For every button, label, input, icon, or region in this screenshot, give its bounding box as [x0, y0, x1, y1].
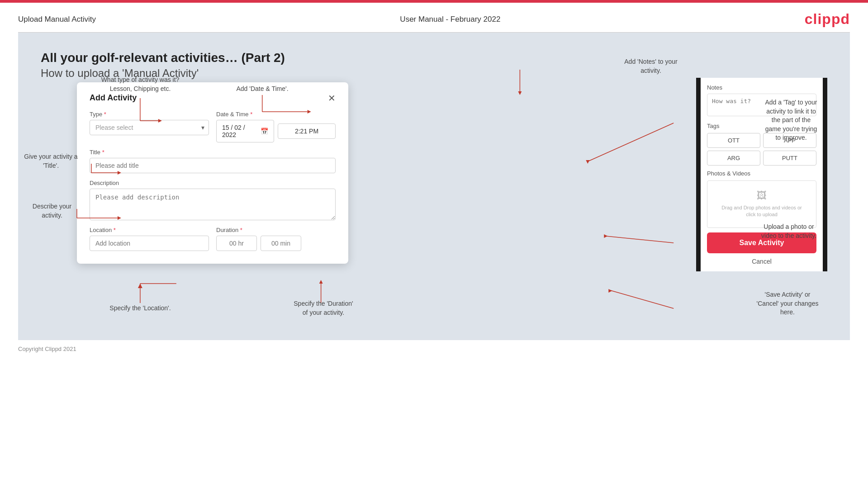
tag-putt[interactable]: PUTT	[763, 151, 816, 166]
date-input[interactable]: 15 / 02 / 2022 📅	[216, 120, 274, 142]
duration-min-input[interactable]	[261, 236, 301, 251]
type-select-wrapper: Please select ▾	[90, 120, 209, 135]
annotation-title: Give your activity a'Title'.	[14, 152, 88, 170]
type-select[interactable]: Please select	[90, 120, 209, 135]
location-label: Location *	[90, 227, 209, 233]
duration-inputs	[216, 236, 336, 251]
header-left: Upload Manual Activity	[18, 15, 96, 24]
modal-header: Add Activity ✕	[90, 93, 336, 103]
cancel-link[interactable]: Cancel	[701, 258, 823, 271]
svg-marker-16	[319, 280, 323, 284]
duration-label: Duration *	[216, 227, 336, 233]
annotation-upload: Upload a photo orvideo to the activity.	[737, 223, 841, 240]
date-time-label: Date & Time *	[216, 111, 336, 118]
type-label: Type *	[90, 111, 209, 118]
main-content: All your golf-relevant activities… (Part…	[18, 33, 850, 340]
annotation-save-cancel: 'Save Activity' or'Cancel' your changesh…	[733, 290, 842, 317]
title-label: Title *	[90, 149, 336, 156]
svg-marker-14	[138, 284, 142, 288]
description-group: Description	[90, 180, 336, 220]
svg-marker-18	[518, 91, 522, 95]
description-textarea[interactable]	[90, 189, 336, 220]
type-date-row: Type * Please select ▾ Date & Time * 15 …	[90, 111, 336, 142]
annotation-activity-type: What type of activity was it?Lesson, Chi…	[95, 76, 185, 93]
photos-label: Photos & Videos	[707, 170, 816, 177]
annotation-notes: Add 'Notes' to youractivity.	[610, 57, 692, 75]
annotation-location: Specify the 'Location'.	[95, 304, 185, 313]
notes-label: Notes	[707, 84, 816, 91]
modal-close-button[interactable]: ✕	[328, 94, 336, 103]
copyright: Copyright Clippd 2021	[18, 346, 76, 352]
time-input[interactable]: 2:21 PM	[278, 123, 336, 139]
tag-arg[interactable]: ARG	[707, 151, 760, 166]
svg-marker-22	[604, 234, 607, 238]
add-activity-modal: Add Activity ✕ Type * Please select ▾ Da…	[77, 82, 348, 264]
annotation-describe: Describe youractivity.	[16, 202, 88, 220]
date-time-group: Date & Time * 15 / 02 / 2022 📅 2:21 PM	[216, 111, 336, 142]
location-duration-row: Location * Duration *	[90, 227, 336, 251]
location-input[interactable]	[90, 236, 209, 251]
svg-marker-24	[608, 289, 612, 293]
title-group: Title *	[90, 149, 336, 173]
header-center: User Manual - February 2022	[400, 15, 500, 24]
svg-line-19	[588, 123, 674, 161]
photos-text: Drag and Drop photos and videos orclick …	[712, 204, 811, 218]
duration-group: Duration *	[216, 227, 336, 251]
calendar-icon[interactable]: 📅	[261, 128, 268, 135]
svg-line-21	[606, 236, 674, 243]
date-value: 15 / 02 / 2022	[222, 124, 257, 138]
upload-icon: 🖼	[712, 190, 811, 202]
svg-line-23	[610, 290, 674, 308]
title-input[interactable]	[90, 158, 336, 173]
footer: Copyright Clippd 2021	[0, 340, 868, 358]
date-time-inputs: 15 / 02 / 2022 📅 2:21 PM	[216, 120, 336, 142]
annotation-duration: Specify the 'Duration'of your activity.	[271, 299, 375, 317]
annotation-tag: Add a 'Tag' to youractivity to link it t…	[741, 98, 841, 142]
header: Upload Manual Activity User Manual - Feb…	[0, 3, 868, 32]
type-group: Type * Please select ▾	[90, 111, 209, 142]
duration-hr-input[interactable]	[216, 236, 257, 251]
logo: clippd	[805, 11, 850, 28]
annotation-date-time: Add 'Date & Time'.	[222, 85, 303, 94]
photos-upload-area[interactable]: 🖼 Drag and Drop photos and videos orclic…	[707, 180, 816, 228]
description-label: Description	[90, 180, 336, 186]
modal-title: Add Activity	[90, 93, 137, 103]
location-group: Location *	[90, 227, 209, 251]
page-title: All your golf-relevant activities… (Part…	[41, 51, 827, 65]
svg-marker-20	[586, 160, 589, 164]
